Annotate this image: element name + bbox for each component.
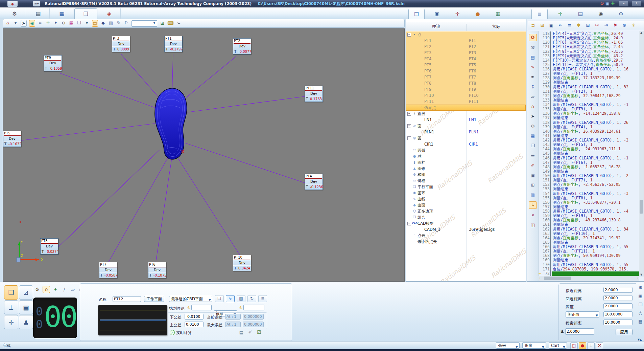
tree-row-圆[interactable]: −◎圆 xyxy=(406,135,526,141)
expand-toggle-icon[interactable]: − xyxy=(407,33,411,37)
pin-icon[interactable]: ✪ xyxy=(529,34,537,41)
window-icon[interactable]: ❒ xyxy=(76,20,82,26)
label-box-button[interactable]: ▤ xyxy=(19,300,33,314)
import-doc-icon[interactable]: ↧ xyxy=(529,84,536,90)
home-dropdown-arrow[interactable]: ▾ xyxy=(13,20,18,26)
graph-tab[interactable]: ∿ xyxy=(226,295,235,302)
tree-row-曲线[interactable]: ∿曲线 xyxy=(406,196,526,202)
coordinate-frame-icon[interactable]: ⬚ xyxy=(570,342,578,349)
horizontal-scrollbar[interactable]: ‹ › xyxy=(539,276,639,281)
copy-add-icon[interactable]: ❐ xyxy=(529,142,536,149)
pin-icon[interactable]: ✦ xyxy=(53,20,58,26)
save-note-icon[interactable]: ✎ xyxy=(116,20,121,26)
keyboard-icon[interactable]: ⌨ xyxy=(167,20,174,26)
press-icon[interactable]: ⚙ xyxy=(529,123,536,130)
point-feature-icon[interactable]: o xyxy=(43,286,50,293)
label-window-icon[interactable]: ▤ xyxy=(92,20,98,27)
probe-filter-tab[interactable]: ⚙ xyxy=(613,9,629,19)
delete-line-icon[interactable]: ✕ xyxy=(529,212,536,219)
probe-tab[interactable]: ⚙ xyxy=(3,8,26,19)
realtime-checkbox[interactable]: ✓ xyxy=(170,330,175,335)
remove-step-icon[interactable]: ⊟ xyxy=(585,22,591,28)
home-icon[interactable]: ⌂ xyxy=(529,103,536,110)
point-label-pt2[interactable]: PT2DevT-0.0077 xyxy=(233,38,251,54)
scroll-up-icon[interactable]: ▲ xyxy=(639,31,643,34)
window-dropdown-arrow[interactable]: ▾ xyxy=(84,20,90,26)
nearest-plane-dropdown[interactable]: 最靠近的CRD平面▼ xyxy=(169,296,212,302)
pick-cursor-icon[interactable]: ➢ xyxy=(176,20,182,26)
model-tab[interactable]: ❒ xyxy=(74,8,97,19)
monitor-probe-icon[interactable]: ▦ xyxy=(638,319,643,325)
align-lines-icon[interactable]: ☰ xyxy=(529,152,536,159)
feature-info-tab[interactable]: ❒ xyxy=(215,295,224,302)
step-into-icon[interactable]: ⇥ xyxy=(603,22,609,28)
code-line-148[interactable]: 148 测点/直角坐标, -1.065257,-16.78 xyxy=(539,165,644,169)
expand-toggle-icon[interactable]: − xyxy=(407,222,411,225)
folder-add-icon[interactable]: ⊞ xyxy=(540,22,545,28)
code-line-124[interactable]: 124F(PT10)=元素定义/点,直角坐标,29.7 xyxy=(539,58,644,63)
insert-line-icon[interactable]: ↳ xyxy=(529,201,537,209)
monitor-cube-icon[interactable]: ▣ xyxy=(638,293,643,299)
home-icon[interactable]: ⌂ xyxy=(5,20,10,26)
grid-doc-icon[interactable]: ▦ xyxy=(529,133,536,139)
cut-icon[interactable]: ✂ xyxy=(594,22,600,28)
minimize-button[interactable]: – xyxy=(619,1,628,6)
tree-row-PT5[interactable]: PT5PT5 xyxy=(406,62,526,68)
param-input[interactable] xyxy=(603,295,633,301)
indent-list-icon[interactable]: ≡ xyxy=(567,22,572,28)
code-line-122[interactable]: 122F(PT8)=元素定义/点,直角坐标,-31.6 xyxy=(539,49,644,54)
probe-distance-input[interactable] xyxy=(565,328,594,335)
expand-toggle-icon[interactable]: − xyxy=(407,112,411,116)
point-label-pt6[interactable]: PT6DevT-0.1875 xyxy=(148,262,166,278)
probe-view-icon[interactable]: ⚙ xyxy=(638,285,643,291)
collapse-arrows-icon[interactable]: ▼▲ xyxy=(638,338,642,341)
tree-row-PT1[interactable]: PT1PT1 xyxy=(406,38,526,44)
tree-row-圆锥[interactable]: ▲圆锥 xyxy=(406,166,526,172)
probe-button[interactable]: ⟂ xyxy=(4,300,18,314)
report-note-icon[interactable]: ▤ xyxy=(239,329,244,335)
tree-row-PT6[interactable]: PT6PT6 xyxy=(406,68,526,74)
list-tab[interactable]: ▤ xyxy=(573,9,588,19)
point-label-pt1[interactable]: PT1DevT-0.1797 xyxy=(164,36,183,52)
book-icon[interactable]: ▤ xyxy=(529,54,536,61)
program-list-tab[interactable]: ≣ xyxy=(258,295,267,302)
toolbox-icon[interactable]: ⚒ xyxy=(596,342,603,349)
tree-model-tab[interactable]: ❒ xyxy=(408,9,425,19)
flag-marker-icon[interactable]: ⚑ xyxy=(613,22,618,28)
workplane-button[interactable]: 工作平面 xyxy=(144,296,164,302)
tree-row-PT2[interactable]: PT2PT2 xyxy=(406,44,526,50)
tree-row-CAD模型[interactable]: −CADCAD模型 xyxy=(406,220,526,226)
units-dropdown[interactable]: 毫米▼ xyxy=(496,342,520,349)
tree-row-椭圆[interactable]: ⊙椭圆 xyxy=(406,172,526,178)
shield-probe-icon[interactable]: ◆ xyxy=(100,20,106,26)
table-tab[interactable]: ▦ xyxy=(237,295,245,302)
ink-pen-icon[interactable]: ✒ xyxy=(529,74,536,81)
feature-name-input[interactable] xyxy=(113,296,141,302)
code-line-132[interactable]: 132 测点/直角坐标, 32.708417,168.29 xyxy=(539,94,644,98)
tree-row-圆环[interactable]: ◉圆环 xyxy=(406,190,526,196)
probe-path-tab[interactable]: ↻ xyxy=(247,295,256,302)
operator-alert-icon[interactable]: ⊘ xyxy=(599,0,605,6)
point-label-pt9[interactable]: PT9DevT-0.1059 xyxy=(44,55,62,71)
table-add-icon[interactable]: ⊞ xyxy=(160,20,165,26)
build-doc-icon[interactable]: ⚒ xyxy=(529,44,536,51)
tree-row-键槽[interactable]: ▭键槽 xyxy=(406,178,526,184)
pause-hand-icon[interactable]: ✱ xyxy=(576,22,581,28)
point-label-pt10[interactable]: PT10DevT0.0424 xyxy=(233,255,251,271)
code-line-162[interactable]: 162调用/M(EASI_CLEARPLN_GOTO), 1, 34 xyxy=(539,227,644,232)
scroll-down-icon[interactable]: ▼ xyxy=(639,273,643,276)
folder-open-icon[interactable]: ⊐ xyxy=(530,22,536,28)
step-out-icon[interactable]: ⊕ xyxy=(622,22,627,28)
tree-row-直线[interactable]: −∕直线 xyxy=(406,111,526,117)
tree-row-PLN1[interactable]: PLN1PLN1 xyxy=(406,129,526,135)
note-icon[interactable]: ▥ xyxy=(529,192,536,198)
tree-row-PT11[interactable]: PT11PT11 xyxy=(406,98,526,105)
edit-note-icon[interactable]: ✐ xyxy=(529,162,536,169)
code-line-172[interactable]: ➜72 xyxy=(539,271,644,276)
clear-pen-icon[interactable]: ✐ xyxy=(247,329,253,335)
tree-row-点云[interactable]: ∴点云 xyxy=(406,233,526,239)
tree-row-CIR1[interactable]: CIR1CIR1 xyxy=(406,141,526,147)
ruler-button[interactable]: ⊿ xyxy=(19,285,33,300)
tree-row-圆弧[interactable]: ◠圆弧 xyxy=(406,147,526,153)
run-icon[interactable]: ➤ xyxy=(529,113,536,120)
